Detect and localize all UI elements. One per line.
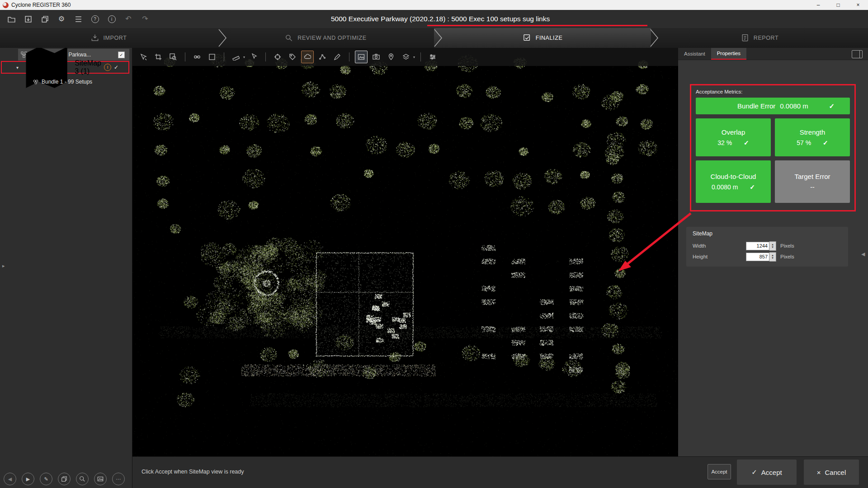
point-cloud[interactable] — [132, 48, 678, 456]
review-icon — [284, 33, 293, 42]
stage-label: REPORT — [754, 35, 778, 41]
canvas-toolbar: ▾ ▾ — [132, 48, 678, 66]
target-tool-icon[interactable] — [271, 51, 284, 63]
app-logo-icon — [3, 2, 9, 8]
cloud-to-cloud-tile: Cloud-to-Cloud 0.0080 m ✓ — [696, 160, 771, 203]
strength-tile: Strength 57 % ✓ — [775, 118, 850, 156]
pick-tool-icon[interactable] — [247, 51, 260, 63]
expand-caret-icon[interactable]: ▾ — [16, 65, 19, 70]
check-icon: ✓ — [744, 139, 749, 146]
annotation-title-underline — [427, 25, 647, 26]
measure-tool-icon[interactable] — [230, 51, 242, 63]
layers-tool-icon[interactable] — [400, 51, 412, 63]
geotag-tool-icon[interactable] — [385, 51, 397, 63]
sitemap-check-icon[interactable]: ✓ — [114, 64, 118, 70]
cloud-tool-icon[interactable] — [301, 51, 314, 63]
minimize-button[interactable]: – — [808, 0, 828, 10]
camera-tool-icon[interactable] — [370, 51, 382, 63]
cancel-button[interactable]: × Cancel — [804, 460, 859, 485]
panel-tabs: Assistant Properties — [678, 48, 868, 60]
layout-icon[interactable] — [852, 50, 863, 58]
close-icon: × — [817, 469, 821, 476]
width-stepper[interactable]: ▲▼ — [769, 241, 776, 251]
import-icon — [90, 33, 99, 42]
zoom-button[interactable] — [76, 473, 89, 485]
close-button[interactable]: × — [848, 0, 868, 10]
acceptance-metrics-annotated-box: Acceptance Metrics: Bundle Error 0.0080 … — [690, 84, 856, 211]
viewer-nav-buttons: ◀ ▶ ✎ ⋯ — [4, 473, 125, 485]
sitemap-heading: SiteMap — [693, 230, 848, 237]
adjust-tool-icon[interactable] — [426, 51, 439, 63]
tab-finalize[interactable]: FINALIZE — [434, 28, 651, 48]
project-checkbox[interactable]: ✓ — [118, 52, 125, 58]
more-button[interactable]: ⋯ — [112, 473, 125, 485]
finalize-icon — [523, 33, 532, 42]
stage-label: FINALIZE — [536, 35, 563, 41]
crop-tool-icon[interactable] — [152, 51, 165, 63]
event-log-icon[interactable] — [73, 14, 83, 24]
check-icon: ✓ — [823, 139, 828, 146]
strength-label: Strength — [800, 128, 826, 136]
label-tool-icon[interactable] — [286, 51, 299, 63]
tab-report[interactable]: REPORT — [651, 28, 868, 48]
duplicate-project-icon[interactable] — [40, 14, 50, 24]
image-button[interactable] — [94, 473, 107, 485]
overlap-label: Overlap — [722, 128, 745, 136]
info-icon[interactable]: i — [107, 14, 117, 24]
image-view-tool-icon[interactable] — [355, 51, 368, 63]
status-message: Click Accept when SiteMap view is ready — [142, 469, 244, 475]
right-panel-collapse-handle[interactable]: ◀ — [861, 251, 865, 257]
settings-gear-icon[interactable]: ⚙ — [57, 14, 66, 24]
height-stepper[interactable]: ▲▼ — [769, 252, 776, 262]
maximize-button[interactable]: □ — [828, 0, 848, 10]
cancel-button-label: Cancel — [825, 469, 846, 476]
accept-small-button[interactable]: Accept — [708, 464, 731, 479]
view-pane-tool-icon[interactable] — [206, 51, 218, 63]
title-bar: Cyclone REGISTER 360 – □ × — [0, 0, 868, 10]
app-title: Cyclone REGISTER 360 — [11, 2, 71, 8]
open-project-icon[interactable] — [6, 14, 16, 24]
properties-panel: Assistant Properties Acceptance Metrics:… — [678, 48, 868, 456]
draw-tool-icon[interactable] — [331, 51, 344, 63]
zoom-window-tool-icon[interactable] — [167, 51, 179, 63]
tree-item-label: Bundle 1 - 99 Setups — [42, 79, 92, 85]
height-input[interactable] — [746, 253, 769, 261]
tab-import[interactable]: IMPORT — [0, 28, 217, 48]
tab-review-and-optimize[interactable]: REVIEW AND OPTIMIZE — [217, 28, 434, 48]
help-icon[interactable]: ? — [90, 14, 100, 24]
warning-icon: ! — [104, 64, 111, 71]
tree-item-bundle[interactable]: Bundle 1 - 99 Setups — [33, 76, 92, 88]
stage-label: IMPORT — [104, 35, 127, 41]
measure-dropdown-caret[interactable]: ▾ — [243, 55, 245, 59]
sitemap-viewport: ▾ ▾ — [132, 48, 678, 456]
width-units: Pixels — [780, 243, 794, 249]
tree-item-sitemap[interactable]: ▾ SiteMap 3 (1) ! ✓ — [1, 61, 129, 74]
height-label: Height — [693, 254, 746, 259]
target-error-tile: Target Error -- — [775, 160, 850, 203]
next-button[interactable]: ▶ — [22, 473, 34, 485]
target-error-value: -- — [810, 183, 814, 191]
prev-button[interactable]: ◀ — [4, 473, 16, 485]
link-tool-icon[interactable] — [191, 51, 203, 63]
redo-icon[interactable]: ↷ — [140, 14, 150, 24]
layers-dropdown-caret[interactable]: ▾ — [413, 55, 415, 59]
bundle-icon — [33, 79, 39, 85]
tab-assistant[interactable]: Assistant — [678, 48, 711, 60]
width-input[interactable] — [746, 242, 769, 250]
select-tool-icon[interactable] — [137, 51, 150, 63]
undo-icon[interactable]: ↶ — [123, 14, 133, 24]
save-project-icon[interactable] — [23, 14, 33, 24]
graph-tool-icon[interactable] — [316, 51, 329, 63]
tab-properties[interactable]: Properties — [711, 48, 746, 60]
tree-item-label: SiteMap 3 (1) — [75, 59, 101, 75]
height-units: Pixels — [780, 254, 794, 259]
check-icon: ✓ — [750, 183, 755, 191]
edit-button[interactable]: ✎ — [40, 473, 52, 485]
left-panel-expand-handle[interactable]: ▸ — [2, 263, 5, 269]
stage-label: REVIEW AND OPTIMIZE — [297, 35, 366, 41]
copy-view-button[interactable] — [58, 473, 71, 485]
accept-button[interactable]: ✓ Accept — [737, 460, 797, 485]
target-error-label: Target Error — [794, 173, 830, 180]
toolbar-divider — [224, 52, 224, 61]
cloud-to-cloud-value: 0.0080 m — [712, 183, 738, 191]
